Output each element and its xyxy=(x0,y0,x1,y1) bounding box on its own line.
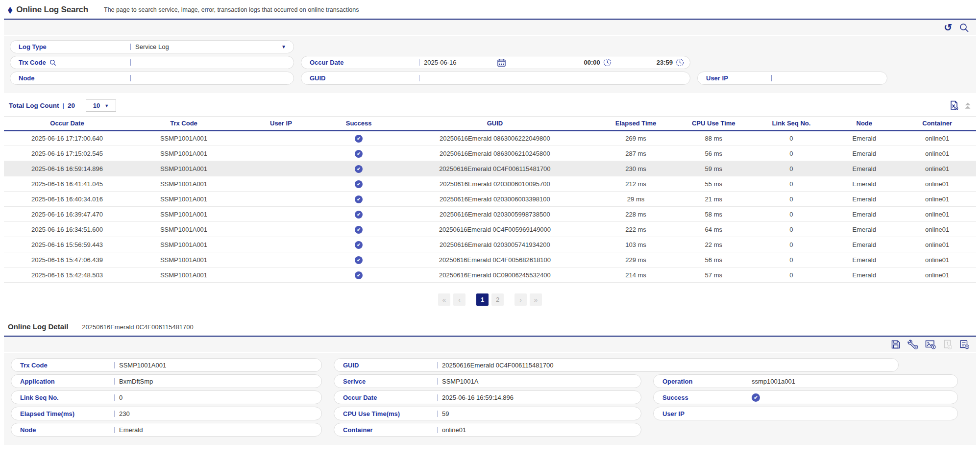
link-seq-cell: 0 xyxy=(753,176,831,192)
cpu-use-time-cell: 21 ms xyxy=(675,192,753,207)
table-row[interactable]: 2025-06-16 17:17:00.640SSMP1001A001✔2025… xyxy=(4,131,976,146)
container-cell: online01 xyxy=(898,252,976,268)
detail-panel: Trx Code SSMP1001A001 GUID 20250616Emera… xyxy=(4,337,976,445)
log-type-select[interactable]: Log Type Service Log xyxy=(10,40,294,53)
detail-application-value: BxmDftSmp xyxy=(119,378,153,385)
container-cell: online01 xyxy=(898,176,976,192)
success-cell: ✔ xyxy=(325,176,393,192)
detail-service-field: Serivce SSMP1001A xyxy=(334,374,641,388)
wrench-plus-icon xyxy=(907,340,918,349)
detail-trx-code-value: SSMP1001A001 xyxy=(119,362,166,369)
page-size-value: 10 xyxy=(93,102,100,109)
trx-code-cell: SSMP1001A001 xyxy=(130,252,237,268)
node-label: Node xyxy=(19,74,35,82)
table-row[interactable]: 2025-06-16 15:42:48.503SSMP1001A001✔2025… xyxy=(4,268,976,283)
trx-code-cell: SSMP1001A001 xyxy=(130,207,237,222)
field-separator xyxy=(437,394,438,401)
node-cell: Emerald xyxy=(830,207,898,222)
log-table-body: 2025-06-16 17:17:00.640SSMP1001A001✔2025… xyxy=(4,131,976,283)
page-button-2[interactable]: 2 xyxy=(491,293,504,306)
log-type-label: Log Type xyxy=(19,43,47,50)
last-page-button[interactable]: » xyxy=(530,293,542,306)
link-seq-cell: 0 xyxy=(753,252,831,268)
success-cell: ✔ xyxy=(325,207,393,222)
prev-page-button[interactable]: ‹ xyxy=(453,293,466,306)
collapse-grid-button[interactable] xyxy=(963,102,972,110)
transaction-log-add-button[interactable] xyxy=(959,340,969,349)
time-to-picker[interactable] xyxy=(676,58,684,67)
user-ip-cell xyxy=(237,192,325,207)
field-separator xyxy=(747,378,747,385)
cpu-use-time-cell: 56 ms xyxy=(675,252,753,268)
page-title: Online Log Search xyxy=(16,5,88,15)
field-separator xyxy=(437,378,438,385)
detail-form: Trx Code SSMP1001A001 GUID 20250616Emera… xyxy=(4,353,976,445)
field-separator xyxy=(130,75,131,81)
field-separator xyxy=(114,411,115,417)
col-guid[interactable]: GUID xyxy=(393,117,597,131)
search-button[interactable] xyxy=(959,23,969,33)
table-row[interactable]: 2025-06-16 17:15:02.545SSMP1001A001✔2025… xyxy=(4,146,976,161)
document-add-button xyxy=(943,340,953,349)
page-button-1[interactable]: 1 xyxy=(476,293,489,306)
field-separator xyxy=(437,411,438,417)
excel-export-button[interactable] xyxy=(949,100,959,111)
occur-date-cell: 2025-06-16 16:59:14.896 xyxy=(4,161,130,176)
success-check-icon: ✔ xyxy=(355,165,363,173)
time-from-value[interactable]: 00:00 xyxy=(584,59,600,66)
guid-input[interactable]: GUID xyxy=(301,72,690,85)
trx-code-cell: SSMP1001A001 xyxy=(130,222,237,237)
cpu-use-time-cell: 64 ms xyxy=(675,222,753,237)
occur-date-cell: 2025-06-16 15:56:59.443 xyxy=(4,237,130,252)
cpu-use-time-cell: 55 ms xyxy=(675,176,753,192)
success-check-icon: ✔ xyxy=(355,241,363,249)
table-row[interactable]: 2025-06-16 16:41:41.045SSMP1001A001✔2025… xyxy=(4,176,976,192)
table-row[interactable]: 2025-06-16 15:47:06.439SSMP1001A001✔2025… xyxy=(4,252,976,268)
table-row[interactable]: 2025-06-16 15:56:59.443SSMP1001A001✔2025… xyxy=(4,237,976,252)
table-row[interactable]: 2025-06-16 16:40:34.016SSMP1001A001✔2025… xyxy=(4,192,976,207)
col-occur-date[interactable]: Occur Date xyxy=(4,117,130,131)
occur-date-cell: 2025-06-16 16:34:51.600 xyxy=(4,222,130,237)
col-success[interactable]: Success xyxy=(325,117,393,131)
col-elapsed-time[interactable]: Elapsed Time xyxy=(597,117,675,131)
link-seq-cell: 0 xyxy=(753,192,831,207)
table-row[interactable]: 2025-06-16 16:39:47.470SSMP1001A001✔2025… xyxy=(4,207,976,222)
detail-operation-value: ssmp1001a001 xyxy=(752,378,795,385)
col-user-ip[interactable]: User IP xyxy=(237,117,325,131)
time-to-value[interactable]: 23:59 xyxy=(657,59,673,66)
service-log-add-button[interactable] xyxy=(907,340,918,349)
col-container[interactable]: Container xyxy=(898,117,976,131)
col-trx-code[interactable]: Trx Code xyxy=(130,117,237,131)
col-node[interactable]: Node xyxy=(830,117,898,131)
detail-link-seq-value: 0 xyxy=(119,394,122,401)
save-button[interactable] xyxy=(891,340,901,349)
success-cell: ✔ xyxy=(325,161,393,176)
first-page-button[interactable]: « xyxy=(438,293,450,306)
success-cell: ✔ xyxy=(325,146,393,161)
occur-date-field[interactable]: Occur Date 2025-06-16 00:00 23:59 xyxy=(301,56,690,69)
user-ip-input[interactable]: User IP xyxy=(697,72,887,85)
trx-code-search-icon[interactable] xyxy=(49,59,56,66)
link-seq-cell: 0 xyxy=(753,131,831,146)
occur-date-cell: 2025-06-16 17:15:02.545 xyxy=(4,146,130,161)
page-size-select[interactable]: 10 xyxy=(86,99,116,112)
link-seq-cell: 0 xyxy=(753,268,831,283)
calendar-button[interactable] xyxy=(497,59,506,67)
detail-title: Online Log Detail xyxy=(8,322,68,331)
table-row[interactable]: 2025-06-16 16:34:51.600SSMP1001A001✔2025… xyxy=(4,222,976,237)
diamond-bullet-icon xyxy=(8,4,12,15)
container-cell: online01 xyxy=(898,131,976,146)
reset-button[interactable]: ↺ xyxy=(944,23,952,32)
node-input[interactable]: Node xyxy=(10,72,294,85)
chevron-down-icon xyxy=(104,103,109,108)
trx-code-input[interactable]: Trx Code xyxy=(10,56,294,69)
success-check-icon: ✔ xyxy=(355,211,363,219)
image-log-add-button[interactable] xyxy=(925,340,936,349)
col-link-seq-no[interactable]: Link Seq No. xyxy=(753,117,831,131)
guid-cell: 20250616Emerald 0203006003398100 xyxy=(393,192,597,207)
next-page-button[interactable]: › xyxy=(514,293,527,306)
table-row[interactable]: 2025-06-16 16:59:14.896SSMP1001A001✔2025… xyxy=(4,161,976,176)
col-cpu-use-time[interactable]: CPU Use Time xyxy=(675,117,753,131)
time-from-picker[interactable] xyxy=(603,58,612,67)
search-panel: ↺ Log Type Service Log Trx Code xyxy=(4,20,976,93)
